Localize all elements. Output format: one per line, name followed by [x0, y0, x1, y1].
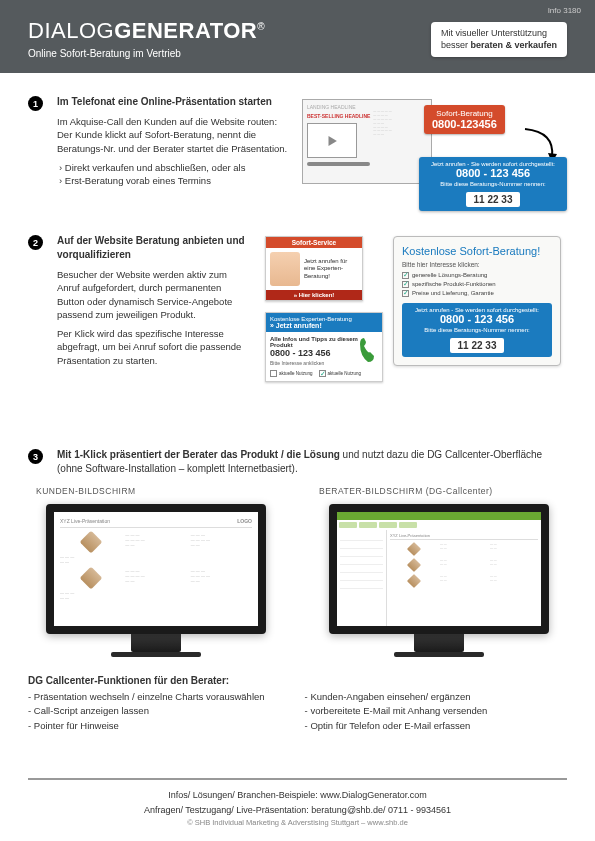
step-number-1: 1	[28, 96, 43, 111]
check-icon	[402, 281, 409, 288]
panel-title: Kostenlose Sofort-Beratung!	[402, 245, 552, 257]
checkbox-1[interactable]	[270, 370, 277, 377]
monitors-row: KUNDEN-BILDSCHIRM XYZ Live-PräsentationL…	[28, 486, 567, 657]
svg-marker-0	[329, 136, 337, 146]
cb2-phone: 0800 - 123 456	[406, 313, 548, 325]
section-2: 2 Auf der Website Beratung anbieten und …	[28, 234, 567, 424]
k-title: XYZ Live-Präsentation	[60, 518, 110, 524]
product-icon	[407, 542, 421, 556]
widget-sofort-service[interactable]: Sofort-Service Jetzt anrufen für eine Ex…	[265, 236, 363, 301]
footer-copyright: © SHB Individual Marketing & Adverstisin…	[28, 817, 567, 829]
footer-l2: Anfragen/ Testzugang/ Live-Präsentation:…	[28, 803, 567, 817]
sofort-button[interactable]: Sofort-Beratung 0800-123456	[424, 105, 505, 134]
s1-illustration: LANDING HEADLINE BEST-SELLING HEADLINE —…	[302, 95, 567, 210]
monitor-agent: XYZ Live-Präsentation — —— —— —— — — —— …	[329, 504, 549, 657]
header: Info 3180 DIALOGGENERATOR® Online Sofort…	[0, 0, 595, 73]
agent-screen-col: BERATER-BILDSCHIRM (DG-Callcenter) XYZ L…	[319, 486, 559, 657]
content: 1 Im Telefonat eine Online-Präsentation …	[0, 73, 595, 747]
footer: Infos/ Lösungen/ Branchen-Beispiele: www…	[28, 778, 567, 829]
widget-experten-beratung[interactable]: Kostenlose Experten-Beratung » Jetzt anr…	[265, 312, 383, 382]
video-mock: LANDING HEADLINE BEST-SELLING HEADLINE —…	[302, 99, 432, 184]
play-icon	[307, 123, 357, 158]
header-badge: Mit visueller Unterstützung besser berat…	[431, 22, 567, 57]
b-title: XYZ Live-Präsentation	[390, 533, 538, 540]
badge-line2: besser beraten & verkaufen	[441, 40, 557, 52]
k-logo: LOGO	[237, 518, 252, 524]
sofort-title: Sofort-Beratung	[432, 109, 497, 118]
agent-photo-icon	[270, 252, 300, 286]
footer-l1: Infos/ Lösungen/ Branchen-Beispiele: www…	[28, 788, 567, 802]
product-icon	[407, 558, 421, 572]
opt-2[interactable]: spezifische Produkt-Funktionen	[402, 281, 552, 288]
call-box-1: Jetzt anrufen - Sie werden sofort durchg…	[419, 157, 567, 211]
s2-p2: Per Klick wird das spezifische Interesse…	[57, 327, 247, 367]
checkbox-2[interactable]	[319, 370, 326, 377]
s1-text: Im Telefonat eine Online-Präsentation st…	[57, 95, 288, 210]
cb2-l2: Bitte diese Beratungs-Nummer nennen:	[406, 327, 548, 333]
s1-title: Im Telefonat eine Online-Präsentation st…	[57, 95, 288, 109]
cb1-l2: Bitte diese Beratungs-Nummer nennen:	[423, 181, 563, 187]
check-icon	[402, 290, 409, 297]
opt-1[interactable]: generelle Lösungs-Beratung	[402, 272, 552, 279]
funcs-col1: Präsentation wechseln / einzelne Charts …	[28, 690, 265, 733]
funcs-title: DG Callcenter-Funktionen für den Berater…	[28, 675, 567, 686]
f3: Pointer für Hinweise	[28, 719, 265, 733]
customer-screen-col: KUNDEN-BILDSCHIRM XYZ Live-PräsentationL…	[36, 486, 276, 657]
badge-line1: Mit visueller Unterstützung	[441, 28, 557, 40]
cb1-phone: 0800 - 123 456	[423, 167, 563, 179]
cb1-code: 11 22 33	[466, 192, 521, 207]
panel-sofort-beratung: Kostenlose Sofort-Beratung! Bitte hier I…	[393, 236, 561, 366]
w1-cta[interactable]: » Hier klicken!	[266, 290, 362, 300]
section-1: 1 Im Telefonat eine Online-Präsentation …	[28, 95, 567, 210]
w2-l2[interactable]: » Jetzt anrufen!	[270, 322, 378, 329]
vid-headline: BEST-SELLING HEADLINE	[307, 113, 370, 119]
brand-bold: GENERATOR	[114, 18, 257, 43]
s1-p1: Im Akquise-Call den Kunden auf die Websi…	[57, 115, 288, 155]
funcs-col2: Kunden-Angaben einsehen/ ergänzen vorber…	[305, 690, 488, 733]
product-icon	[407, 574, 421, 588]
mon1-label: KUNDEN-BILDSCHIRM	[36, 486, 276, 496]
s2-p1: Besucher der Website werden aktiv zum An…	[57, 268, 247, 321]
step-number-3: 3	[28, 449, 43, 464]
w1-header: Sofort-Service	[266, 237, 362, 248]
product-icon	[79, 567, 102, 590]
callcenter-functions: DG Callcenter-Funktionen für den Berater…	[28, 675, 567, 733]
s2-title: Auf der Website Beratung anbieten und vo…	[57, 234, 247, 262]
f6: Optin für Telefon oder E-Mail erfassen	[305, 719, 488, 733]
call-box-2: Jetzt anrufen - Sie werden sofort durchg…	[402, 303, 552, 357]
opt-3[interactable]: Preise und Lieferung, Garantie	[402, 290, 552, 297]
brand-reg: ®	[257, 21, 265, 32]
cb2-code: 11 22 33	[450, 338, 505, 353]
check-icon	[402, 272, 409, 279]
phone-icon	[358, 336, 378, 364]
f1: Präsentation wechseln / einzelne Charts …	[28, 690, 265, 704]
info-tag: Info 3180	[548, 6, 581, 15]
w1-text: Jetzt anrufen für eine Experten-Beratung…	[304, 258, 358, 280]
f4: Kunden-Angaben einsehen/ ergänzen	[305, 690, 488, 704]
s2-text: Auf der Website Beratung anbieten und vo…	[57, 234, 247, 424]
f2: Call-Script anzeigen lassen	[28, 704, 265, 718]
mon2-label: BERATER-BILDSCHIRM (DG-Callcenter)	[319, 486, 559, 496]
sofort-phone: 0800-123456	[432, 118, 497, 130]
s1-b2: Erst-Beratung vorab eines Termins	[59, 174, 288, 187]
monitor-customer: XYZ Live-PräsentationLOGO — — —— — — — —…	[46, 504, 266, 657]
product-icon	[79, 531, 102, 554]
panel-sub: Bitte hier Interesse klicken:	[402, 261, 552, 268]
s2-illustration: Sofort-Service Jetzt anrufen für eine Ex…	[261, 234, 561, 424]
s3-title: Mit 1-Klick präsentiert der Berater das …	[57, 448, 567, 476]
s1-b1: Direkt verkaufen und abschließen, oder a…	[59, 161, 288, 174]
brand-light: DIALOG	[28, 18, 114, 43]
step-number-2: 2	[28, 235, 43, 250]
f5: vorbereitete E-Mail mit Anhang versenden	[305, 704, 488, 718]
section-3-head: 3 Mit 1-Klick präsentiert der Berater da…	[28, 448, 567, 476]
